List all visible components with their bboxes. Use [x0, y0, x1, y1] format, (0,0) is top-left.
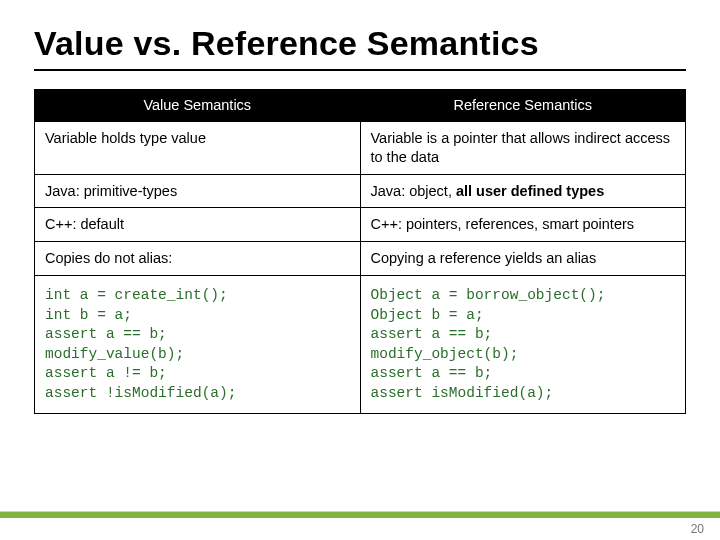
page-number: 20: [691, 522, 704, 536]
java-prefix: Java: object,: [371, 183, 456, 199]
header-reference-semantics: Reference Semantics: [360, 90, 686, 122]
table-row: Copies do not alias: Copying a reference…: [35, 242, 686, 276]
cell-reference-java: Java: object, all user defined types: [360, 174, 686, 208]
code-value-semantics: int a = create_int(); int b = a; assert …: [35, 276, 361, 414]
java-bold: all user defined types: [456, 183, 604, 199]
table-row: C++: default C++: pointers, references, …: [35, 208, 686, 242]
table-row-code: int a = create_int(); int b = a; assert …: [35, 276, 686, 414]
cell-value-java: Java: primitive-types: [35, 174, 361, 208]
cell-reference-cpp: C++: pointers, references, smart pointer…: [360, 208, 686, 242]
code-reference-semantics: Object a = borrow_object(); Object b = a…: [360, 276, 686, 414]
table-row: Variable holds type value Variable is a …: [35, 121, 686, 174]
cell-value-variable: Variable holds type value: [35, 121, 361, 174]
cell-value-alias: Copies do not alias:: [35, 242, 361, 276]
slide: Value vs. Reference Semantics Value Sema…: [0, 0, 720, 540]
cell-value-cpp: C++: default: [35, 208, 361, 242]
cell-reference-variable: Variable is a pointer that allows indire…: [360, 121, 686, 174]
title-underline: [34, 69, 686, 71]
cell-reference-alias: Copying a reference yields an alias: [360, 242, 686, 276]
slide-title: Value vs. Reference Semantics: [34, 24, 686, 63]
comparison-table: Value Semantics Reference Semantics Vari…: [34, 89, 686, 414]
footer-accent-bar: [0, 512, 720, 518]
table-header-row: Value Semantics Reference Semantics: [35, 90, 686, 122]
table-row: Java: primitive-types Java: object, all …: [35, 174, 686, 208]
header-value-semantics: Value Semantics: [35, 90, 361, 122]
